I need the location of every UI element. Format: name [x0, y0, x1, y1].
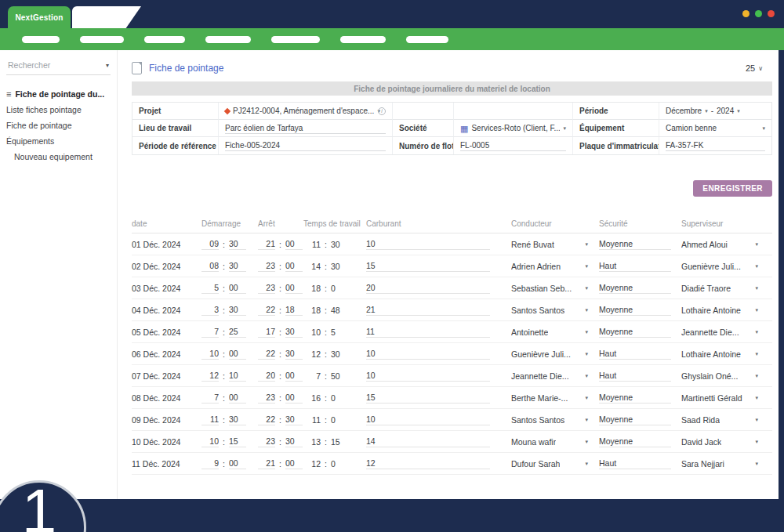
start-time-minute-input[interactable]: [229, 348, 246, 360]
supervisor-select[interactable]: Jeannette Die...▾: [681, 328, 758, 337]
supervisor-select[interactable]: Saad Rida▾: [681, 415, 758, 425]
driver-select[interactable]: Berthe Marie-...▾: [511, 393, 588, 403]
stop-time-hour-input[interactable]: [258, 414, 275, 425]
start-time-minute-input[interactable]: [229, 370, 246, 382]
workplace-input[interactable]: [225, 123, 386, 134]
fuel-input[interactable]: [366, 260, 490, 272]
stop-time-hour-input[interactable]: [258, 436, 275, 447]
driver-select[interactable]: Santos Santos▾: [511, 306, 588, 315]
nav-item-pill[interactable]: [22, 36, 60, 43]
info-icon[interactable]: i: [378, 107, 386, 115]
page-size-select[interactable]: 25 ∨: [746, 63, 763, 73]
start-time-hour-input[interactable]: [201, 304, 219, 316]
driver-select[interactable]: Mouna wafir▾: [511, 437, 588, 447]
security-input[interactable]: [599, 326, 671, 338]
start-time-minute-input[interactable]: [229, 304, 246, 316]
plate-input[interactable]: [666, 140, 765, 151]
driver-select[interactable]: Jeannette Die...▾: [511, 371, 588, 381]
start-time-hour-input[interactable]: [201, 414, 219, 425]
security-input[interactable]: [599, 260, 671, 272]
stop-time-hour-input[interactable]: [258, 238, 275, 250]
page-title[interactable]: Fiche de pointage: [149, 63, 223, 74]
supervisor-select[interactable]: Sara Nejjari▾: [681, 459, 758, 469]
blank-tab[interactable]: [72, 6, 141, 28]
reference-input[interactable]: [225, 140, 386, 151]
start-time-hour-input[interactable]: [201, 436, 219, 447]
supervisor-select[interactable]: Guenièvre Juli...▾: [681, 262, 758, 271]
close-dot[interactable]: [768, 10, 775, 17]
driver-select[interactable]: Antoinette▾: [511, 328, 588, 337]
sidebar-item[interactable]: ≡Fiche de pointage du...: [0, 86, 117, 102]
sidebar-item[interactable]: Liste fiches pointage: [0, 102, 117, 118]
stop-time-hour-input[interactable]: [258, 348, 275, 360]
stop-time-hour-input[interactable]: [258, 458, 275, 469]
start-time-hour-input[interactable]: [201, 282, 219, 294]
start-time-minute-input[interactable]: [229, 238, 246, 250]
equipment-select[interactable]: Camion benne ▾: [666, 124, 765, 132]
fuel-input[interactable]: [366, 392, 490, 404]
stop-time-hour-input[interactable]: [258, 326, 275, 338]
supervisor-select[interactable]: Ahmed Aloui▾: [681, 240, 758, 249]
start-time-hour-input[interactable]: [201, 238, 219, 250]
fuel-input[interactable]: [366, 238, 490, 250]
supervisor-select[interactable]: David Jack▾: [681, 437, 758, 447]
app-tab[interactable]: NextGestion: [8, 6, 71, 28]
start-time-minute-input[interactable]: [229, 392, 246, 404]
project-select[interactable]: PJ2412-0004, Aménagement d'espace... ▾: [225, 107, 375, 115]
nav-item-pill[interactable]: [80, 36, 124, 43]
sidebar-item[interactable]: Nouveau equipement: [0, 149, 117, 165]
start-time-hour-input[interactable]: [201, 260, 219, 272]
driver-select[interactable]: Guenièvre Juli...▾: [511, 349, 588, 359]
fuel-input[interactable]: [366, 458, 490, 469]
nav-item-pill[interactable]: [406, 36, 448, 43]
start-time-minute-input[interactable]: [229, 260, 246, 272]
fuel-input[interactable]: [366, 282, 490, 294]
fuel-input[interactable]: [366, 348, 490, 360]
sidebar-item[interactable]: Fiche de pointage: [0, 118, 117, 133]
supervisor-select[interactable]: Lothaire Antoine▾: [681, 306, 758, 315]
maximize-dot[interactable]: [755, 10, 762, 17]
nav-item-pill[interactable]: [271, 36, 320, 43]
year-select[interactable]: 2024 ▾: [717, 107, 740, 115]
fuel-input[interactable]: [366, 370, 490, 382]
start-time-hour-input[interactable]: [201, 392, 219, 404]
nav-item-pill[interactable]: [205, 36, 251, 43]
security-input[interactable]: [599, 238, 671, 250]
driver-select[interactable]: Adrien Adrien▾: [511, 262, 588, 271]
fleet-number-input[interactable]: [460, 140, 566, 151]
security-input[interactable]: [599, 304, 671, 316]
nav-item-pill[interactable]: [340, 36, 386, 43]
driver-select[interactable]: René Buvat▾: [511, 240, 588, 249]
start-time-minute-input[interactable]: [229, 282, 246, 294]
start-time-hour-input[interactable]: [201, 326, 219, 338]
fuel-input[interactable]: [366, 436, 490, 447]
supervisor-select[interactable]: Ghyslain Oné...▾: [681, 371, 758, 381]
company-select[interactable]: ▦ Services-Roto (Client, F... ▾: [460, 124, 566, 132]
fuel-input[interactable]: [366, 304, 490, 316]
security-input[interactable]: [599, 392, 671, 404]
start-time-hour-input[interactable]: [201, 370, 219, 382]
security-input[interactable]: [599, 370, 671, 382]
start-time-minute-input[interactable]: [229, 326, 246, 338]
driver-select[interactable]: Santos Santos▾: [511, 415, 588, 425]
minimize-dot[interactable]: [742, 10, 750, 17]
stop-time-hour-input[interactable]: [258, 304, 275, 316]
start-time-hour-input[interactable]: [201, 348, 219, 360]
fuel-input[interactable]: [366, 326, 490, 338]
security-input[interactable]: [599, 458, 671, 469]
stop-time-hour-input[interactable]: [258, 260, 275, 272]
supervisor-select[interactable]: Lothaire Antoine▾: [681, 349, 758, 359]
fuel-input[interactable]: [366, 414, 490, 425]
start-time-minute-input[interactable]: [229, 414, 246, 425]
sidebar-item[interactable]: Équipements: [0, 133, 117, 149]
start-time-minute-input[interactable]: [229, 458, 246, 469]
stop-time-hour-input[interactable]: [258, 370, 275, 382]
start-time-minute-input[interactable]: [229, 436, 246, 447]
driver-select[interactable]: Sebastian Seb...▾: [511, 284, 588, 293]
stop-time-hour-input[interactable]: [258, 282, 275, 294]
security-input[interactable]: [599, 414, 671, 425]
search-select[interactable]: Rechercher ▾: [6, 58, 111, 75]
month-select[interactable]: Décembre ▾: [666, 107, 708, 115]
save-button[interactable]: ENREGISTRER: [693, 180, 772, 197]
start-time-hour-input[interactable]: [201, 458, 219, 469]
